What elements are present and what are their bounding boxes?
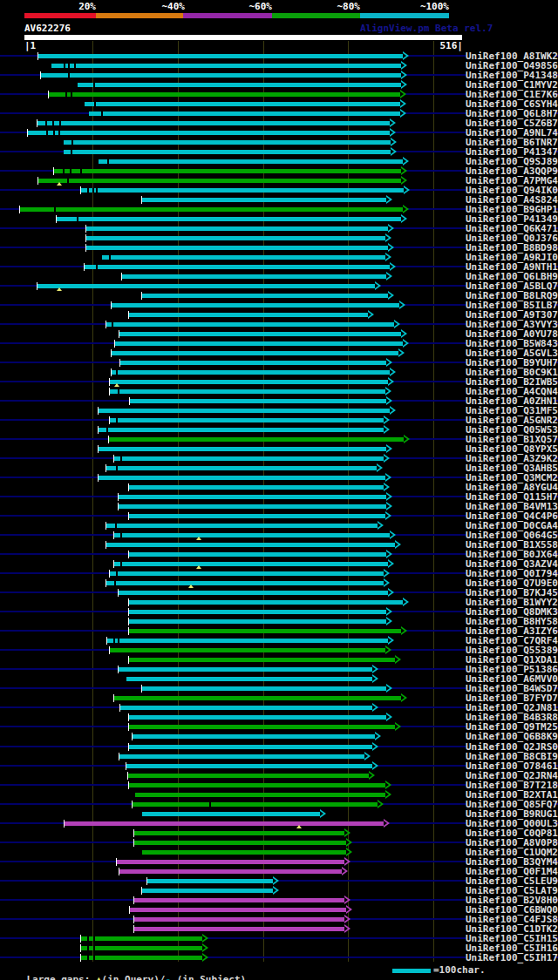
alignment-bar[interactable] (117, 860, 344, 864)
alignment-bar[interactable] (81, 946, 202, 950)
alignment-bar[interactable] (119, 504, 386, 509)
alignment-bar[interactable] (99, 447, 386, 451)
alignment-bar[interactable] (115, 341, 403, 346)
alignment-bar[interactable] (114, 456, 384, 461)
alignment-bar[interactable] (126, 764, 372, 768)
alignment-bar[interactable] (129, 485, 384, 490)
alignment-bar[interactable] (130, 399, 386, 403)
alignment-bar[interactable] (142, 850, 346, 855)
alignment-bar[interactable] (142, 198, 386, 202)
alignment-bar[interactable] (51, 64, 401, 68)
alignment-bar[interactable] (78, 83, 401, 87)
alignment-bar[interactable] (37, 284, 375, 288)
alignment-bar[interactable] (81, 936, 202, 941)
alignment-bar[interactable] (134, 927, 344, 931)
arrowhead-inner (388, 245, 391, 250)
alignment-bar[interactable] (28, 131, 390, 135)
alignment-bar[interactable] (114, 562, 388, 566)
alignment-bar[interactable] (54, 169, 401, 173)
alignment-bar[interactable] (110, 571, 384, 576)
alignment-bar[interactable] (86, 246, 388, 250)
alignment-bar[interactable] (49, 92, 400, 97)
alignment-bar[interactable] (99, 159, 403, 164)
alignment-bar[interactable] (128, 774, 369, 778)
alignment-bar[interactable] (64, 150, 391, 154)
alignment-bar[interactable] (114, 533, 390, 537)
alignment-bar[interactable] (119, 591, 388, 595)
alignment-bar[interactable] (133, 802, 378, 807)
alignment-bar[interactable] (114, 696, 401, 700)
alignment-bar[interactable] (119, 495, 386, 499)
alignment-bar[interactable] (129, 619, 386, 624)
alignment-bar[interactable] (106, 322, 394, 327)
alignment-bar[interactable] (41, 73, 401, 78)
alignment-bar[interactable] (110, 389, 385, 394)
alignment-bar[interactable] (102, 255, 385, 260)
alignment-bar[interactable] (20, 207, 403, 212)
alignment-bar[interactable] (129, 313, 368, 317)
alignment-bar[interactable] (57, 217, 401, 221)
alignment-bar[interactable] (120, 361, 386, 365)
alignment-bar[interactable] (106, 581, 384, 585)
alignment-bar[interactable] (129, 658, 395, 662)
alignment-bar[interactable] (81, 956, 202, 960)
alignment-bar[interactable] (129, 514, 385, 518)
alignment-bar[interactable] (110, 380, 388, 384)
alignment-bar[interactable] (119, 754, 364, 759)
alignment-bar[interactable] (110, 648, 385, 652)
alignment-bar[interactable] (129, 600, 403, 605)
alignment-bar[interactable] (133, 734, 375, 739)
alignment-bar[interactable] (134, 898, 344, 902)
alignment-bar[interactable] (86, 236, 385, 240)
alignment-bar[interactable] (37, 121, 390, 125)
alignment-bar[interactable] (135, 793, 385, 797)
alignment-bar[interactable] (119, 667, 372, 672)
arrowhead-inner (372, 676, 376, 681)
alignment-bar[interactable] (134, 831, 344, 835)
alignment-bar[interactable] (120, 706, 372, 710)
alignment-bar[interactable] (129, 715, 386, 720)
alignment-bar[interactable] (112, 370, 390, 375)
alignment-bar[interactable] (130, 908, 346, 912)
alignment-bar[interactable] (89, 112, 400, 116)
uniref-hit-label[interactable]: UniRef100_C5IH17 (466, 953, 558, 963)
alignment-bar[interactable] (106, 524, 378, 528)
alignment-bar[interactable] (129, 610, 386, 614)
alignment-bar[interactable] (142, 686, 386, 691)
alignment-bar[interactable] (147, 879, 273, 883)
alignment-bar[interactable] (129, 745, 372, 749)
alignment-bar[interactable] (99, 428, 384, 432)
alignment-bar[interactable] (142, 812, 320, 816)
alignment-bar[interactable] (129, 552, 386, 557)
alignment-bar[interactable] (112, 303, 399, 308)
alignment-bar[interactable] (107, 639, 388, 643)
alignment-bar[interactable] (129, 725, 395, 729)
alignment-bar[interactable] (119, 869, 342, 874)
alignment-bar[interactable] (129, 783, 385, 787)
alignment-bar[interactable] (119, 332, 401, 336)
alignment-bar[interactable] (106, 543, 395, 547)
alignment-bar[interactable] (99, 409, 390, 413)
alignment-bar[interactable] (142, 889, 273, 893)
alignment-bar[interactable] (65, 821, 384, 826)
alignment-bar[interactable] (122, 274, 386, 279)
subject-start-tick (111, 301, 112, 309)
alignment-bar[interactable] (85, 265, 390, 269)
alignment-bar[interactable] (38, 179, 401, 183)
alignment-bar[interactable] (64, 140, 391, 145)
alignment-bar[interactable] (134, 841, 346, 845)
alignment-bar[interactable] (126, 677, 372, 681)
alignment-bar[interactable] (81, 188, 404, 193)
alignment-bar[interactable] (106, 466, 377, 470)
alignment-bar[interactable] (129, 629, 401, 633)
alignment-bar[interactable] (99, 476, 385, 480)
uniref-hit-label[interactable]: UniRef100_Q6B8K9 (466, 732, 558, 741)
alignment-bar[interactable] (142, 294, 388, 298)
alignment-bar[interactable] (112, 351, 398, 355)
alignment-bar[interactable] (109, 437, 404, 442)
alignment-bar[interactable] (86, 226, 388, 231)
alignment-bar[interactable] (110, 418, 384, 422)
alignment-bar[interactable] (85, 102, 400, 106)
alignment-bar[interactable] (38, 54, 403, 58)
alignment-bar[interactable] (134, 917, 344, 922)
